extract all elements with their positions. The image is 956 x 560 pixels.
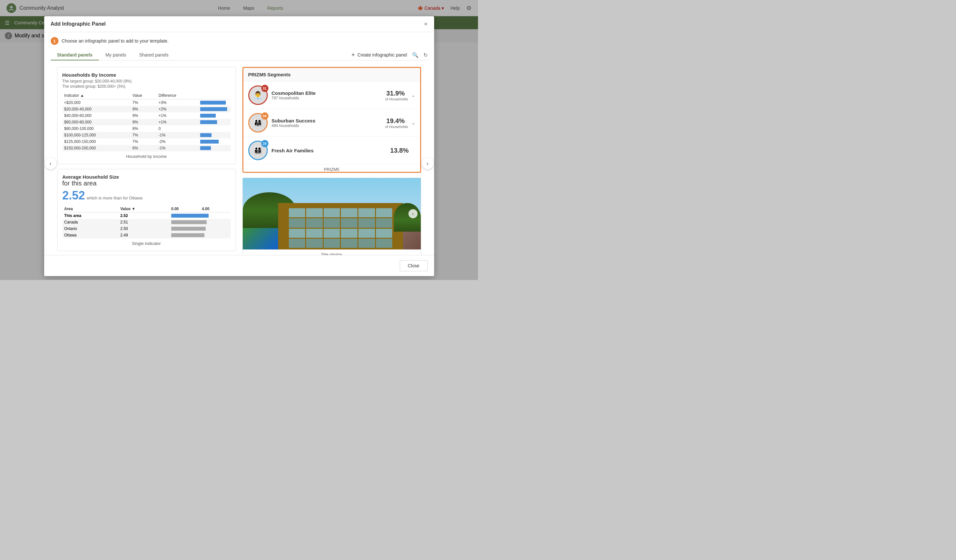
prizm-segment-item[interactable]: 👨‍💼 01 Cosmopolitan Elite 797 households… [244, 82, 420, 109]
income-bar [198, 145, 231, 151]
segment-badge: 24 [261, 140, 269, 147]
income-value: 7% [131, 99, 157, 106]
income-value: 7% [131, 138, 157, 145]
si-area: Ontario [62, 226, 119, 232]
si-col-area: Area [62, 205, 119, 212]
segment-badge: 01 [261, 85, 269, 92]
segment-pct-block: 19.4% of Households [385, 117, 408, 129]
income-indicator: $150,000-200,000 [62, 145, 131, 151]
income-indicator: $40,000-60,000 [62, 112, 131, 119]
segment-pct: 13.8% [390, 147, 409, 154]
table-row: $100,000-125,000 7% -1% [62, 132, 231, 138]
col-bar [198, 92, 231, 99]
table-row: $125,000-150,000 7% -2% [62, 138, 231, 145]
income-bar [198, 106, 231, 112]
si-col-value: Value ▼ [118, 205, 169, 212]
segment-avatar-wrapper: 👨‍👩‍👧 04 [248, 113, 268, 133]
refresh-icon[interactable]: ↻ [423, 52, 428, 58]
prizm5-header: PRIZM5 Segments [244, 68, 420, 82]
si-bar-cell [169, 219, 231, 226]
modal-close-button[interactable]: × [424, 21, 428, 27]
household-income-sub1: The largest group: $20,000-40,000 (9%) [62, 79, 231, 83]
segment-pct: 31.9% [385, 89, 404, 97]
table-row: $150,000-200,000 6% -1% [62, 145, 231, 151]
single-indicator-label: Single indicator [62, 241, 231, 246]
income-diff: -1% [157, 145, 198, 151]
si-val: 2.52 [118, 212, 169, 219]
chevron-down-icon[interactable]: ⌄ [411, 120, 415, 125]
si-area: This area [62, 212, 119, 219]
segment-pct: 19.4% [385, 117, 404, 125]
income-diff: +2% [157, 106, 198, 112]
tab-my-panels[interactable]: My panels [99, 50, 132, 60]
income-value: 7% [131, 132, 157, 138]
si-val: 2.50 [118, 226, 169, 232]
search-icon[interactable]: 🔍 [412, 52, 418, 58]
col-difference: Difference [157, 92, 198, 99]
income-indicator: $80,000-100,000 [62, 125, 131, 132]
household-income-panel[interactable]: Households By Income The largest group: … [57, 67, 236, 164]
tabs-row: Standard panels My panels Shared panels … [51, 50, 428, 60]
income-indicator: <$20,000 [62, 99, 131, 106]
income-value: 9% [131, 106, 157, 112]
modal-footer: Close [44, 255, 434, 276]
si-col-range-end: 4.00 [200, 205, 230, 212]
prizm-segment-item[interactable]: 👨‍👩‍👦‍👦 24 Fresh Air Families 13.8% [244, 137, 420, 165]
segment-name: Cosmopolitan Elite [272, 90, 385, 96]
col-value: Value [131, 92, 157, 99]
step-badge: 1 [51, 37, 58, 45]
income-indicator: $100,000-125,000 [62, 132, 131, 138]
income-bar [198, 112, 231, 119]
income-value: 8% [131, 125, 157, 132]
income-diff: +1% [157, 112, 198, 119]
si-bar-cell [169, 212, 231, 219]
nav-prev-button[interactable]: ‹ [45, 158, 57, 169]
si-table: Area Value ▼ 0.00 4.00 [62, 205, 231, 238]
segment-households: 797 households [272, 96, 385, 100]
site-photos-label: Site photos [243, 249, 421, 255]
prizm5-panel[interactable]: PRIZM5 Segments 👨‍💼 01 Cosmopolitan Elit… [242, 67, 421, 173]
income-indicator: $125,000-150,000 [62, 138, 131, 145]
income-diff: +1% [157, 119, 198, 125]
income-value: 6% [131, 145, 157, 151]
close-button[interactable]: Close [400, 260, 428, 271]
si-comparison: which is more than for Ottawa [87, 196, 143, 201]
table-row: This area 2.52 [62, 212, 231, 219]
si-value: 2.52 [62, 189, 85, 202]
photo-nav-next[interactable]: › [409, 209, 418, 218]
prizm5-title: PRIZM5 Segments [248, 72, 415, 77]
create-panel-button[interactable]: + Create infographic panel [351, 52, 407, 58]
tab-shared-panels[interactable]: Shared panels [132, 50, 175, 60]
chevron-down-icon[interactable]: ⌄ [411, 93, 415, 98]
segment-info: Fresh Air Families [272, 148, 390, 153]
prizm5-label: PRIZM5 [244, 167, 420, 172]
modal-header: Add Infographic Panel × [44, 16, 434, 32]
income-diff: -2% [157, 138, 198, 145]
si-val: 2.51 [118, 219, 169, 226]
prizm-segments-list: 👨‍💼 01 Cosmopolitan Elite 797 households… [244, 82, 420, 165]
table-row: $20,000-40,000 9% +2% [62, 106, 231, 112]
segment-households: 484 households [272, 124, 385, 128]
segment-avatar-wrapper: 👨‍👩‍👦‍👦 24 [248, 141, 268, 160]
income-indicator: $60,000-80,000 [62, 119, 131, 125]
single-indicator-panel[interactable]: Average Household Size for this area 2.5… [57, 169, 236, 251]
income-bar [198, 99, 231, 106]
income-bar [198, 125, 231, 132]
si-area: Ottawa [62, 232, 119, 238]
site-photos-panel[interactable]: › Site photos [242, 178, 421, 255]
income-value: 9% [131, 119, 157, 125]
si-area: Canada [62, 219, 119, 226]
household-income-label: Household by income [62, 154, 231, 159]
prizm-segment-item[interactable]: 👨‍👩‍👧 04 Suburban Success 484 households… [244, 109, 420, 137]
segment-pct-block: 31.9% of Households [385, 89, 408, 101]
segment-pct-block: 13.8% [390, 147, 412, 154]
income-bar [198, 119, 231, 125]
table-row: Canada 2.51 [62, 219, 231, 226]
panels-grid: Households By Income The largest group: … [57, 67, 421, 255]
table-row: Ottawa 2.49 [62, 232, 231, 238]
table-row: Ontario 2.50 [62, 226, 231, 232]
col-indicator[interactable]: Indicator ▲ [62, 92, 131, 99]
income-diff: +3% [157, 99, 198, 106]
tab-standard-panels[interactable]: Standard panels [51, 50, 99, 60]
nav-next-button[interactable]: › [422, 158, 434, 169]
